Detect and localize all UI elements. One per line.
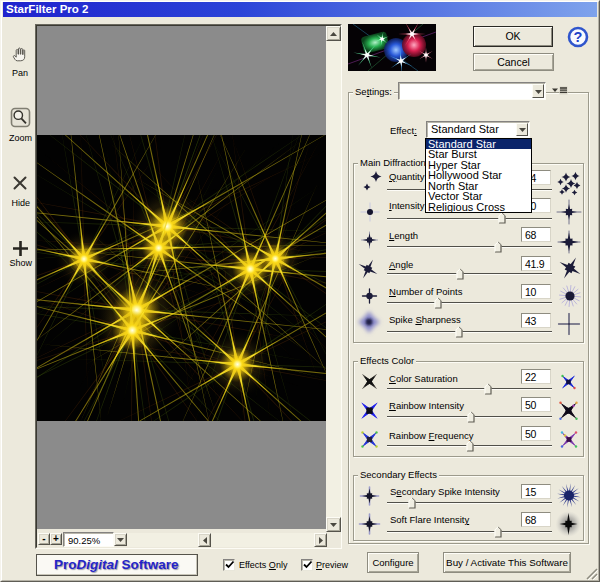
svg-text:?: ? <box>574 29 583 45</box>
